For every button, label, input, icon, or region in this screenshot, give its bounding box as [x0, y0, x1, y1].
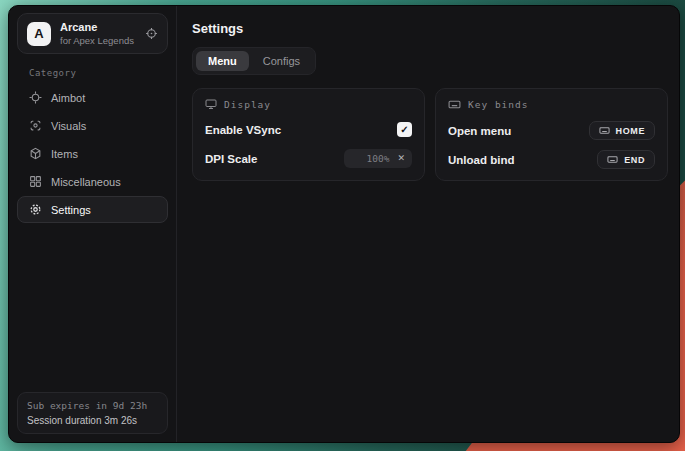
unload-keybind-button[interactable]: END — [597, 150, 655, 169]
open-menu-row: Open menu HOME — [448, 121, 655, 140]
arcane-window: A Arcane for Apex Legends Category — [8, 5, 680, 443]
display-card-header: Display — [205, 98, 412, 110]
tab-configs[interactable]: Configs — [251, 51, 312, 71]
unload-key: END — [624, 155, 645, 165]
keyboard-icon — [599, 125, 610, 136]
sidebar: A Arcane for Apex Legends Category — [9, 6, 177, 442]
unload-bind-label: Unload bind — [448, 154, 514, 166]
sidebar-nav: Aimbot Visuals Items — [9, 84, 176, 223]
dpi-label: DPI Scale — [205, 153, 257, 165]
vsync-checkbox[interactable]: ✓ — [397, 122, 412, 137]
brand-subtitle: for Apex Legends — [60, 35, 136, 46]
brand-text: Arcane for Apex Legends — [60, 21, 136, 46]
keybinds-card-title: Key binds — [468, 99, 528, 110]
sidebar-item-label: Settings — [51, 204, 91, 216]
subscription-status-card: Sub expires in 9d 23h Session duration 3… — [17, 392, 168, 434]
sidebar-item-aimbot[interactable]: Aimbot — [17, 84, 168, 111]
keyboard-icon — [607, 154, 618, 165]
grid-icon — [29, 175, 42, 188]
unload-bind-row: Unload bind END — [448, 150, 655, 169]
sidebar-item-visuals[interactable]: Visuals — [17, 112, 168, 139]
crosshair-icon — [29, 91, 42, 104]
sidebar-item-label: Visuals — [51, 120, 86, 132]
sub-expiry-text: Sub expires in 9d 23h — [27, 400, 158, 411]
sidebar-item-miscellaneous[interactable]: Miscellaneous — [17, 168, 168, 195]
display-card-title: Display — [224, 99, 271, 110]
check-icon: ✓ — [400, 124, 408, 135]
gear-icon — [29, 203, 42, 216]
brand-card: A Arcane for Apex Legends — [17, 13, 168, 54]
dpi-value: 100% — [367, 153, 390, 164]
scan-eye-icon — [29, 119, 42, 132]
sidebar-item-settings[interactable]: Settings — [17, 196, 168, 223]
keybinds-card: Key binds Open menu HOME — [435, 88, 668, 181]
vsync-label: Enable VSync — [205, 124, 281, 136]
dpi-scale-input[interactable]: 100% ✕ — [344, 149, 412, 168]
session-duration-text: Session duration 3m 26s — [27, 415, 158, 426]
open-menu-label: Open menu — [448, 125, 511, 137]
sidebar-item-label: Aimbot — [51, 92, 85, 104]
brand-title: Arcane — [60, 21, 136, 33]
page-title: Settings — [192, 21, 668, 36]
clear-icon[interactable]: ✕ — [397, 154, 405, 163]
tab-menu[interactable]: Menu — [196, 51, 249, 71]
sidebar-item-items[interactable]: Items — [17, 140, 168, 167]
dpi-row: DPI Scale 100% ✕ — [205, 149, 412, 168]
settings-cards: Display Enable VSync ✓ DPI Scale 100% ✕ — [192, 88, 668, 181]
sidebar-item-label: Miscellaneous — [51, 176, 121, 188]
keyboard-icon — [448, 98, 461, 111]
vsync-row: Enable VSync ✓ — [205, 120, 412, 139]
settings-tabs: Menu Configs — [192, 47, 316, 75]
keybinds-card-header: Key binds — [448, 98, 655, 111]
cube-icon — [29, 147, 42, 160]
brand-logo: A — [27, 22, 51, 46]
display-card: Display Enable VSync ✓ DPI Scale 100% ✕ — [192, 88, 425, 181]
target-icon[interactable] — [145, 27, 158, 40]
open-menu-keybind-button[interactable]: HOME — [589, 121, 655, 140]
sidebar-item-label: Items — [51, 148, 78, 160]
category-label: Category — [29, 68, 176, 78]
open-menu-key: HOME — [616, 126, 645, 136]
monitor-icon — [205, 98, 217, 110]
main-panel: Settings Menu Configs Display E — [177, 6, 680, 442]
